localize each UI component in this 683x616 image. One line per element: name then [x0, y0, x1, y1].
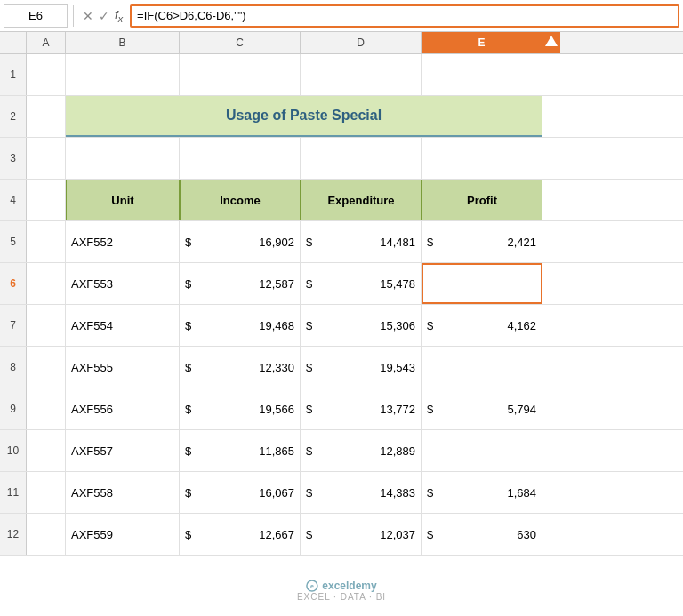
cell-d6[interactable]: $15,478 [301, 263, 422, 304]
title-cell[interactable]: Usage of Paste Special [66, 96, 542, 137]
cell-e12[interactable]: $630 [422, 514, 542, 555]
cell-b1[interactable] [66, 54, 180, 95]
row-num-5[interactable]: 5 [0, 221, 27, 262]
row-num-3[interactable]: 3 [0, 138, 27, 179]
cell-b5[interactable]: AXF552 [66, 221, 180, 262]
income-sym: $ [185, 444, 197, 458]
cell-reference-box[interactable]: E6 [4, 4, 68, 28]
cell-d9[interactable]: $13,772 [301, 388, 422, 429]
exp-sym: $ [306, 361, 318, 374]
col-header-e[interactable]: E [422, 32, 542, 53]
cell-b7[interactable]: AXF554 [66, 305, 180, 346]
cell-a4[interactable] [27, 180, 66, 220]
formula-icons: ✕ ✓ fx [79, 8, 126, 24]
col-header-b[interactable]: B [66, 32, 180, 53]
cell-b10[interactable]: AXF557 [66, 430, 180, 471]
cell-a12[interactable] [27, 514, 66, 555]
cell-d7[interactable]: $15,306 [301, 305, 422, 346]
cell-d4[interactable]: Expenditure [301, 180, 422, 220]
profit-val: 630 [439, 528, 536, 541]
cell-e5[interactable]: $2,421 [422, 221, 542, 262]
cell-c12[interactable]: $12,667 [180, 514, 301, 555]
cell-e3[interactable] [422, 138, 542, 179]
cell-e11[interactable]: $1,684 [422, 472, 542, 513]
col-header-d[interactable]: D [301, 32, 422, 53]
cell-b8[interactable]: AXF555 [66, 347, 180, 388]
cell-a9[interactable] [27, 388, 66, 429]
row-num-10[interactable]: 10 [0, 430, 27, 471]
cell-b12[interactable]: AXF559 [66, 514, 180, 555]
cell-e7[interactable]: $4,162 [422, 305, 542, 346]
cell-a5[interactable] [27, 221, 66, 262]
header-expenditure: Expenditure [327, 194, 394, 207]
row-num-2[interactable]: 2 [0, 96, 27, 137]
col-header-a[interactable]: A [27, 32, 66, 53]
table-row: 7AXF554$19,468$15,306$4,162 [0, 305, 683, 347]
cell-a10[interactable] [27, 430, 66, 471]
row-num-1[interactable]: 1 [0, 54, 27, 95]
cell-c8[interactable]: $12,330 [180, 347, 301, 388]
cell-a3[interactable] [27, 138, 66, 179]
cell-c1[interactable] [180, 54, 301, 95]
cell-e10[interactable] [422, 430, 542, 471]
up-arrow-icon [544, 34, 558, 52]
cell-e1[interactable] [422, 54, 542, 95]
watermark-icon: e [306, 580, 318, 592]
cell-d3[interactable] [301, 138, 422, 179]
profit-sym: $ [427, 486, 439, 500]
cell-c9[interactable]: $19,566 [180, 388, 301, 429]
cell-a2[interactable] [27, 96, 66, 137]
row-num-4[interactable]: 4 [0, 180, 27, 220]
cell-c5[interactable]: $16,902 [180, 221, 301, 262]
corner-cell [0, 32, 27, 53]
cell-a6[interactable] [27, 263, 66, 304]
confirm-icon[interactable]: ✓ [99, 9, 109, 23]
cell-b9[interactable]: AXF556 [66, 388, 180, 429]
cell-d11[interactable]: $14,383 [301, 472, 422, 513]
cell-d12[interactable]: $12,037 [301, 514, 422, 555]
cell-e8[interactable] [422, 347, 542, 388]
formula-input[interactable] [130, 4, 679, 28]
cell-d8[interactable]: $19,543 [301, 347, 422, 388]
profit-val: 1,684 [439, 486, 536, 500]
cell-b6[interactable]: AXF553 [66, 263, 180, 304]
row-num-6[interactable]: 6 [0, 263, 27, 304]
cell-c11[interactable]: $16,067 [180, 472, 301, 513]
row-num-12[interactable]: 12 [0, 514, 27, 555]
cell-a7[interactable] [27, 305, 66, 346]
cell-c7[interactable]: $19,468 [180, 305, 301, 346]
fx-icon[interactable]: fx [115, 8, 123, 24]
income-val: 12,667 [197, 528, 294, 541]
cell-c6[interactable]: $12,587 [180, 263, 301, 304]
cell-a1[interactable] [27, 54, 66, 95]
row-num-11[interactable]: 11 [0, 472, 27, 513]
exp-sym: $ [306, 277, 318, 291]
cell-d10[interactable]: $12,889 [301, 430, 422, 471]
cell-d5[interactable]: $14,481 [301, 221, 422, 262]
cell-b4[interactable]: Unit [66, 180, 180, 220]
column-arrow [542, 32, 560, 53]
cell-c10[interactable]: $11,865 [180, 430, 301, 471]
cell-b11[interactable]: AXF558 [66, 472, 180, 513]
cell-a11[interactable] [27, 472, 66, 513]
row-num-7[interactable]: 7 [0, 305, 27, 346]
row-num-8[interactable]: 8 [0, 347, 27, 388]
row-num-9[interactable]: 9 [0, 388, 27, 429]
cell-d1[interactable] [301, 54, 422, 95]
watermark: e exceldemy EXCEL · DATA · BI [297, 580, 386, 602]
table-row: 1 [0, 54, 683, 96]
col-header-c[interactable]: C [180, 32, 301, 53]
cell-e9[interactable]: $5,794 [422, 388, 542, 429]
cell-b3[interactable] [66, 138, 180, 179]
cell-c3[interactable] [180, 138, 301, 179]
svg-marker-0 [545, 36, 558, 46]
cancel-icon[interactable]: ✕ [83, 9, 93, 23]
cell-a8[interactable] [27, 347, 66, 388]
table-row: 12AXF559$12,667$12,037$630 [0, 514, 683, 556]
table-row: 6AXF553$12,587$15,478 [0, 263, 683, 305]
cell-e4[interactable]: Profit [422, 180, 542, 220]
cell-c4[interactable]: Income [180, 180, 301, 220]
cell-e6[interactable] [422, 263, 542, 304]
column-headers: A B C D E [0, 32, 683, 54]
income-val: 12,587 [197, 277, 294, 291]
